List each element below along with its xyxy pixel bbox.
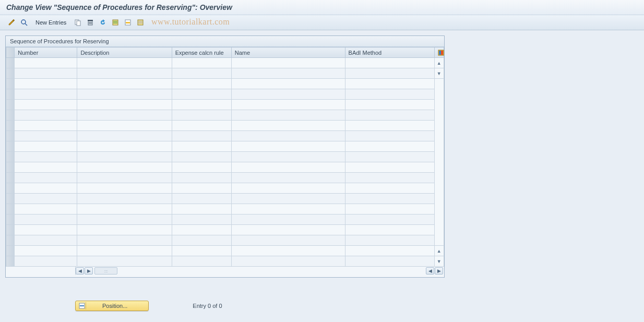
cell[interactable] xyxy=(231,183,345,194)
cell[interactable] xyxy=(77,58,172,68)
cell[interactable] xyxy=(172,89,231,100)
cell[interactable] xyxy=(15,256,77,267)
cell[interactable] xyxy=(15,183,77,194)
cell[interactable] xyxy=(231,235,345,246)
cell[interactable] xyxy=(172,141,231,152)
cell[interactable] xyxy=(77,141,172,152)
cell[interactable] xyxy=(345,141,434,152)
h-scroll-thumb[interactable]: ::: xyxy=(94,267,117,275)
cell[interactable] xyxy=(77,121,172,131)
cell[interactable] xyxy=(172,110,231,121)
cell[interactable] xyxy=(345,152,434,162)
cell[interactable] xyxy=(77,183,172,194)
cell[interactable] xyxy=(231,100,345,110)
cell[interactable] xyxy=(345,110,434,121)
cell[interactable] xyxy=(231,194,345,204)
cell[interactable] xyxy=(172,173,231,183)
cell[interactable] xyxy=(77,110,172,121)
cell[interactable] xyxy=(15,246,77,256)
cell[interactable] xyxy=(172,68,231,79)
cell[interactable] xyxy=(231,246,345,256)
cell[interactable] xyxy=(77,256,172,267)
cell[interactable] xyxy=(345,183,434,194)
scroll-up-step[interactable]: ▲ xyxy=(434,246,444,256)
row-selector[interactable] xyxy=(6,235,15,246)
cell[interactable] xyxy=(172,246,231,256)
row-selector[interactable] xyxy=(6,225,15,235)
col-header-name[interactable]: Name xyxy=(231,47,345,58)
cell[interactable] xyxy=(345,235,434,246)
cell[interactable] xyxy=(15,79,77,89)
cell[interactable] xyxy=(77,235,172,246)
copy-as-icon[interactable] xyxy=(73,17,83,28)
cell[interactable] xyxy=(15,194,77,204)
cell[interactable] xyxy=(77,204,172,214)
cell[interactable] xyxy=(231,110,345,121)
cell[interactable] xyxy=(231,131,345,141)
cell[interactable] xyxy=(77,246,172,256)
cell[interactable] xyxy=(345,79,434,89)
cell[interactable] xyxy=(15,225,77,235)
cell[interactable] xyxy=(172,225,231,235)
cell[interactable] xyxy=(345,131,434,141)
col-header-number[interactable]: Number xyxy=(15,47,77,58)
cell[interactable] xyxy=(345,68,434,79)
cell[interactable] xyxy=(172,183,231,194)
cell[interactable] xyxy=(172,235,231,246)
cell[interactable] xyxy=(231,58,345,68)
cell[interactable] xyxy=(345,246,434,256)
cell[interactable] xyxy=(172,79,231,89)
col-header-badi[interactable]: BAdI Method xyxy=(345,47,434,58)
select-all-icon[interactable] xyxy=(110,17,121,28)
cell[interactable] xyxy=(77,100,172,110)
cell[interactable] xyxy=(345,162,434,173)
cell[interactable] xyxy=(77,173,172,183)
cell[interactable] xyxy=(172,204,231,214)
row-selector[interactable] xyxy=(6,183,15,194)
cell[interactable] xyxy=(172,100,231,110)
cell[interactable] xyxy=(172,58,231,68)
cell[interactable] xyxy=(15,100,77,110)
scroll-up-button[interactable]: ▲ xyxy=(434,58,444,68)
cell[interactable] xyxy=(15,141,77,152)
deselect-all-icon[interactable] xyxy=(135,17,146,28)
row-selector[interactable] xyxy=(6,152,15,162)
cell[interactable] xyxy=(231,214,345,225)
cell[interactable] xyxy=(15,173,77,183)
row-selector[interactable] xyxy=(6,214,15,225)
row-selector[interactable] xyxy=(6,121,15,131)
delete-icon[interactable] xyxy=(85,17,96,28)
row-selector[interactable] xyxy=(6,173,15,183)
row-selector[interactable] xyxy=(6,58,15,68)
cell[interactable] xyxy=(15,131,77,141)
row-selector[interactable] xyxy=(6,131,15,141)
select-block-icon[interactable] xyxy=(123,17,133,28)
row-selector[interactable] xyxy=(6,256,15,267)
cell[interactable] xyxy=(15,110,77,121)
cell[interactable] xyxy=(231,225,345,235)
row-selector[interactable] xyxy=(6,68,15,79)
row-selector[interactable] xyxy=(6,79,15,89)
cell[interactable] xyxy=(15,214,77,225)
scroll-down-step[interactable]: ▼ xyxy=(434,68,444,79)
row-selector[interactable] xyxy=(6,141,15,152)
cell[interactable] xyxy=(77,194,172,204)
cell[interactable] xyxy=(231,68,345,79)
cell[interactable] xyxy=(345,58,434,68)
cell[interactable] xyxy=(77,162,172,173)
cell[interactable] xyxy=(15,121,77,131)
cell[interactable] xyxy=(77,225,172,235)
cell[interactable] xyxy=(172,214,231,225)
select-all-corner[interactable] xyxy=(6,47,15,58)
cell[interactable] xyxy=(345,194,434,204)
cell[interactable] xyxy=(231,256,345,267)
cell[interactable] xyxy=(172,194,231,204)
toggle-display-change-icon[interactable] xyxy=(6,17,17,28)
new-entries-button[interactable]: New Entries xyxy=(31,18,70,27)
scroll-track[interactable] xyxy=(434,79,444,246)
cell[interactable] xyxy=(15,68,77,79)
row-selector[interactable] xyxy=(6,246,15,256)
cell[interactable] xyxy=(345,100,434,110)
cell[interactable] xyxy=(345,173,434,183)
cell[interactable] xyxy=(231,152,345,162)
